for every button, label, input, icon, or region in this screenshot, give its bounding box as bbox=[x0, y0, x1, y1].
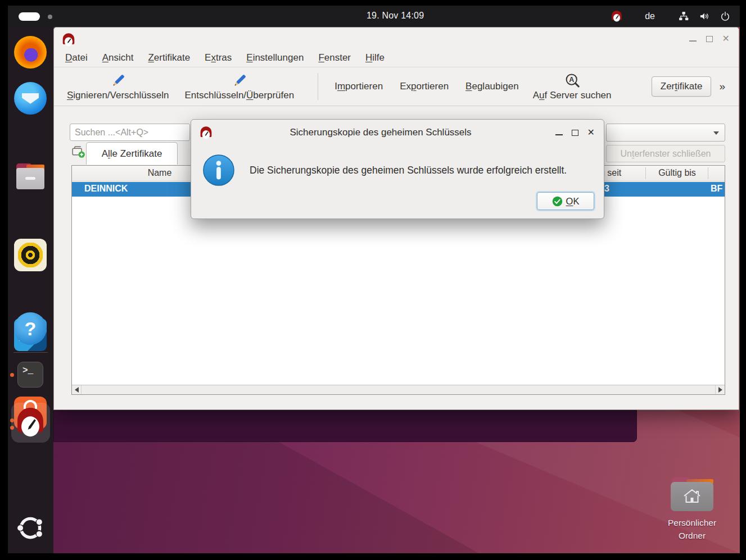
workspace-indicator-dot[interactable] bbox=[48, 15, 52, 19]
menubar: Datei Ansicht Zertifikate Extras Einstel… bbox=[54, 48, 739, 67]
help-icon[interactable]: ? bbox=[14, 312, 47, 345]
keyboard-layout-indicator[interactable]: de bbox=[645, 11, 655, 21]
scroll-left-button[interactable] bbox=[72, 385, 82, 394]
menu-datei[interactable]: Datei bbox=[65, 52, 88, 63]
check-icon bbox=[552, 196, 563, 207]
certify-button[interactable]: Beglaubigen bbox=[465, 81, 519, 92]
maximize-button[interactable] bbox=[572, 130, 578, 136]
toolbar: Signieren/Verschlüsseln Entschlüsseln/Üb… bbox=[54, 67, 739, 106]
kleopatra-app-icon bbox=[61, 33, 76, 47]
info-icon bbox=[202, 154, 235, 186]
circle-of-friends-icon bbox=[16, 514, 44, 542]
minimize-button[interactable] bbox=[689, 40, 697, 42]
certificates-view-button[interactable]: Zertifikate bbox=[652, 76, 712, 97]
running-indicator bbox=[10, 418, 14, 422]
new-tab-icon bbox=[71, 144, 85, 159]
cell-name: DEINNICK bbox=[84, 184, 128, 194]
header-valid-until[interactable]: Gültig bis bbox=[646, 168, 708, 178]
home-label-line1: Persönlicher bbox=[662, 516, 722, 529]
desktop-icon-home[interactable]: Persönlicher Ordner bbox=[662, 477, 722, 543]
network-icon[interactable] bbox=[678, 11, 689, 22]
search-input[interactable] bbox=[70, 124, 190, 141]
import-button[interactable]: Importieren bbox=[334, 81, 383, 92]
menu-ansicht[interactable]: Ansicht bbox=[102, 52, 134, 63]
close-subwindow-label: Unterfenster schließen bbox=[621, 149, 711, 159]
question-glyph: ? bbox=[25, 318, 37, 340]
column-separator bbox=[645, 167, 646, 179]
envelope-icon bbox=[22, 93, 39, 106]
menu-einstellungen[interactable]: Einstellungen bbox=[246, 52, 304, 63]
dialog-message: Die Sicherungskopie des geheimen Schlüss… bbox=[250, 165, 567, 176]
folder-dash bbox=[25, 177, 35, 180]
close-subwindow-button[interactable]: Unterfenster schließen bbox=[606, 145, 725, 162]
volume-icon[interactable] bbox=[699, 11, 710, 22]
kleopatra-tray-icon[interactable] bbox=[611, 10, 623, 22]
cell-fingerprint: BF bbox=[711, 184, 722, 194]
column-separator bbox=[708, 167, 708, 179]
horizontal-scrollbar[interactable] bbox=[72, 385, 725, 394]
minimize-button[interactable] bbox=[555, 134, 563, 135]
clock[interactable]: 19. Nov 14:09 bbox=[367, 11, 424, 21]
chevron-down-icon bbox=[713, 131, 719, 135]
top-panel: 19. Nov 14:09 de bbox=[8, 6, 740, 27]
home-folder-icon bbox=[671, 477, 713, 511]
house-icon bbox=[682, 488, 702, 504]
menu-extras[interactable]: Extras bbox=[205, 52, 232, 63]
power-icon[interactable] bbox=[720, 11, 731, 22]
lookup-server-label: Auf Server suchen bbox=[533, 90, 612, 101]
triangle-right-icon bbox=[718, 387, 722, 393]
menu-zertifikate[interactable]: Zertifikate bbox=[148, 52, 190, 63]
ubuntu-logo-icon[interactable] bbox=[16, 514, 44, 542]
window-titlebar[interactable]: ✕ bbox=[54, 28, 739, 48]
ok-label: OK bbox=[566, 196, 580, 207]
terminal-icon[interactable]: >_ bbox=[17, 362, 43, 388]
thunderbird-icon[interactable] bbox=[14, 82, 47, 115]
running-indicator bbox=[10, 373, 14, 377]
dock-separator bbox=[13, 352, 48, 353]
running-indicator bbox=[10, 426, 14, 430]
decrypt-verify-label: Entschlüsseln/Überprüfen bbox=[184, 90, 294, 101]
search-a-icon bbox=[564, 72, 581, 89]
kleopatra-icon bbox=[14, 406, 47, 439]
dialog-title: Sicherungskopie des geheimen Schlüssels bbox=[225, 127, 536, 138]
lookup-server-button[interactable]: Auf Server suchen bbox=[533, 72, 612, 101]
pen-icon bbox=[110, 72, 126, 89]
export-button[interactable]: Exportieren bbox=[400, 81, 449, 92]
sign-encrypt-button[interactable]: Signieren/Verschlüsseln bbox=[67, 72, 169, 101]
menu-hilfe[interactable]: Hilfe bbox=[365, 52, 385, 63]
rhythmbox-icon[interactable] bbox=[14, 239, 47, 271]
tab-label: Alle Zertifikate bbox=[102, 148, 162, 160]
pen-icon bbox=[231, 72, 248, 89]
dialog-titlebar[interactable]: Sicherungskopie des geheimen Schlüssels … bbox=[191, 120, 604, 145]
tab-all-certificates[interactable]: Alle Zertifikate bbox=[86, 142, 178, 165]
scroll-right-button[interactable] bbox=[715, 385, 725, 394]
dock: A ? >_ ♻ bbox=[8, 27, 53, 553]
ok-button[interactable]: OK bbox=[537, 192, 594, 210]
close-button[interactable]: ✕ bbox=[587, 128, 595, 137]
decrypt-verify-button[interactable]: Entschlüsseln/Überprüfen bbox=[184, 72, 294, 101]
maximize-button[interactable] bbox=[706, 36, 713, 42]
menu-fenster[interactable]: Fenster bbox=[318, 52, 351, 63]
dialog-body: Die Sicherungskopie des geheimen Schlüss… bbox=[191, 145, 604, 195]
prompt-glyph: >_ bbox=[22, 366, 33, 376]
background-window bbox=[53, 410, 637, 442]
close-button[interactable]: ✕ bbox=[722, 34, 730, 43]
screen: Persönlicher Ordner ✕ Datei Ansicht Zert… bbox=[0, 0, 746, 560]
toolbar-separator bbox=[318, 73, 318, 100]
firefox-icon[interactable] bbox=[14, 36, 47, 69]
triangle-left-icon bbox=[75, 387, 79, 393]
backup-success-dialog: Sicherungskopie des geheimen Schlüssels … bbox=[191, 119, 604, 219]
files-icon[interactable] bbox=[14, 160, 47, 193]
certificates-view-label: Zertifikate bbox=[661, 81, 703, 92]
cell-valid-since: 3 bbox=[604, 184, 609, 194]
workspace-indicator-active[interactable] bbox=[19, 12, 40, 21]
certificate-filter-select[interactable] bbox=[606, 124, 725, 142]
sign-encrypt-label: Signieren/Verschlüsseln bbox=[67, 90, 169, 101]
kleopatra-app-icon bbox=[199, 126, 213, 140]
home-folder-label: Persönlicher Ordner bbox=[662, 516, 722, 543]
home-label-line2: Ordner bbox=[662, 529, 722, 542]
new-tab-button[interactable] bbox=[71, 144, 85, 159]
kleopatra-dock-icon[interactable] bbox=[14, 406, 47, 439]
toolbar-overflow-chevron[interactable]: » bbox=[719, 80, 725, 93]
system-tray: de bbox=[611, 6, 731, 27]
